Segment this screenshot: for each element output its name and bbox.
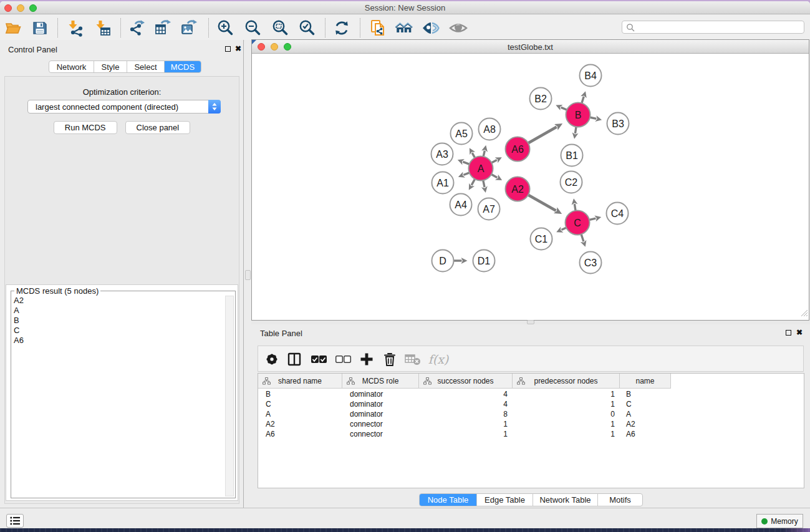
node-C4[interactable]: C4 bbox=[607, 203, 629, 225]
table-cell[interactable]: A2 bbox=[258, 419, 342, 429]
node-D1[interactable]: D1 bbox=[473, 250, 495, 272]
tab-node-table[interactable]: Node Table bbox=[420, 494, 477, 506]
tab-motifs[interactable]: Motifs bbox=[598, 494, 642, 506]
save-session-button[interactable] bbox=[29, 17, 51, 39]
window-titlebar[interactable]: Session: New Session bbox=[0, 1, 810, 14]
tab-edge-table[interactable]: Edge Table bbox=[477, 494, 533, 506]
node-D[interactable]: D bbox=[432, 250, 454, 272]
delete-column-button[interactable] bbox=[379, 349, 400, 370]
node-C3[interactable]: C3 bbox=[580, 252, 602, 274]
node-A6[interactable]: A6 bbox=[506, 137, 530, 162]
refresh-button[interactable] bbox=[331, 17, 352, 39]
table-cell[interactable]: 1 bbox=[513, 419, 620, 429]
mcds-result-item[interactable]: A2 bbox=[14, 296, 224, 306]
horizontal-split-grip[interactable] bbox=[527, 320, 534, 324]
table-cell[interactable]: connector bbox=[342, 429, 419, 439]
node-C1[interactable]: C1 bbox=[531, 228, 552, 250]
edge-B-B1[interactable] bbox=[575, 127, 576, 133]
zoom-selected-button[interactable] bbox=[296, 17, 317, 39]
table-cell[interactable]: A bbox=[620, 409, 671, 419]
clone-network-button[interactable] bbox=[368, 17, 389, 39]
mcds-result-item[interactable]: B bbox=[14, 316, 224, 326]
panel-split-divider[interactable] bbox=[244, 40, 251, 508]
edge-C-C1[interactable] bbox=[561, 228, 566, 230]
mcds-result-list[interactable]: A2ABCA6 bbox=[12, 296, 224, 496]
divider-grip-icon[interactable] bbox=[245, 270, 251, 280]
table-cell[interactable]: 1 bbox=[513, 389, 620, 399]
table-cell[interactable]: 4 bbox=[419, 389, 513, 399]
import-network-button[interactable] bbox=[65, 17, 86, 39]
table-cell[interactable]: A2 bbox=[620, 419, 671, 429]
edge-B-B3[interactable] bbox=[591, 117, 597, 118]
hide-selected-button[interactable] bbox=[420, 17, 441, 39]
close-table-panel-button[interactable]: ✖ bbox=[796, 329, 803, 336]
node-B3[interactable]: B3 bbox=[607, 113, 629, 135]
table-cell[interactable]: 4 bbox=[419, 399, 513, 409]
export-table-button[interactable] bbox=[152, 17, 173, 39]
edge-C-C3[interactable] bbox=[581, 235, 584, 241]
table-row[interactable]: A2connector11A2 bbox=[258, 419, 804, 429]
resize-grip-icon[interactable] bbox=[800, 308, 808, 319]
edge-A-A5[interactable] bbox=[472, 153, 475, 157]
show-all-button[interactable] bbox=[448, 17, 469, 39]
delete-table-button[interactable] bbox=[402, 349, 423, 370]
table-cell[interactable]: C bbox=[258, 399, 342, 409]
mcds-result-item[interactable]: A bbox=[14, 306, 224, 316]
table-cell[interactable]: dominator bbox=[342, 409, 419, 419]
table-row[interactable]: Cdominator41C bbox=[258, 399, 804, 409]
node-C2[interactable]: C2 bbox=[561, 172, 582, 193]
network-graph[interactable]: B4B2BB3A5A8A6B1A3AA1C2A2A4A7C4CC1C3DD1 bbox=[252, 54, 809, 320]
tab-network[interactable]: Network bbox=[49, 61, 94, 72]
first-neighbors-button[interactable] bbox=[393, 17, 415, 39]
run-mcds-button[interactable]: Run MCDS bbox=[54, 121, 117, 134]
node-C[interactable]: C bbox=[566, 211, 590, 235]
edge-B-B2[interactable] bbox=[561, 107, 567, 110]
edge-C-C4[interactable] bbox=[589, 218, 595, 220]
network-canvas[interactable]: B4B2BB3A5A8A6B1A3AA1C2A2A4A7C4CC1C3DD1 bbox=[252, 54, 809, 320]
open-file-button[interactable] bbox=[2, 17, 24, 39]
node-A3[interactable]: A3 bbox=[432, 143, 453, 165]
deselect-all-button[interactable] bbox=[332, 349, 354, 370]
edge-A2-C[interactable] bbox=[528, 195, 556, 211]
table-cell[interactable]: 1 bbox=[513, 429, 620, 439]
import-table-button[interactable] bbox=[92, 17, 113, 39]
edge-A-A7[interactable] bbox=[483, 181, 485, 188]
edge-A-A1[interactable] bbox=[463, 173, 469, 175]
tab-mcds[interactable]: MCDS bbox=[165, 61, 201, 72]
export-network-button[interactable] bbox=[127, 17, 148, 39]
table-cell[interactable]: connector bbox=[342, 419, 419, 429]
panel-list-button[interactable] bbox=[6, 514, 24, 528]
network-window-titlebar[interactable]: testGlobe.txt bbox=[252, 40, 809, 54]
column-header-name[interactable]: name bbox=[620, 374, 671, 388]
table-cell[interactable]: 1 bbox=[513, 399, 620, 409]
float-panel-button[interactable] bbox=[225, 46, 231, 52]
tab-style[interactable]: Style bbox=[94, 61, 127, 72]
result-scrollbar[interactable] bbox=[225, 296, 234, 496]
edge-A-A8[interactable] bbox=[483, 151, 485, 157]
memory-button[interactable]: Memory bbox=[756, 514, 803, 528]
table-cell[interactable]: 0 bbox=[513, 409, 620, 419]
table-cell[interactable]: A6 bbox=[258, 429, 342, 439]
table-cell[interactable]: C bbox=[620, 399, 671, 409]
table-cell[interactable]: 1 bbox=[419, 429, 513, 439]
criterion-dropdown[interactable]: largest connected component (directed) bbox=[27, 100, 221, 114]
edge-A-A4[interactable] bbox=[471, 180, 475, 185]
edge-A6-B[interactable] bbox=[528, 127, 556, 143]
edge-C-C2[interactable] bbox=[574, 204, 576, 210]
column-header-mcds-role[interactable]: MCDS role bbox=[342, 374, 419, 388]
table-cell[interactable]: 1 bbox=[419, 419, 513, 429]
node-A2[interactable]: A2 bbox=[506, 177, 530, 201]
edge-A-A6[interactable] bbox=[492, 160, 497, 162]
table-cell[interactable]: B bbox=[258, 389, 342, 399]
node-B1[interactable]: B1 bbox=[561, 145, 583, 167]
edge-A-A3[interactable] bbox=[463, 162, 469, 164]
mcds-result-item[interactable]: A6 bbox=[14, 336, 224, 346]
table-cell[interactable]: B bbox=[620, 389, 671, 399]
table-cell[interactable]: A6 bbox=[620, 429, 671, 439]
show-column-button[interactable] bbox=[284, 349, 305, 370]
table-cell[interactable]: dominator bbox=[342, 399, 419, 409]
close-mcds-panel-button[interactable]: Close panel bbox=[125, 121, 191, 134]
float-table-panel-button[interactable] bbox=[786, 330, 791, 336]
close-panel-button[interactable]: ✖ bbox=[235, 46, 241, 52]
export-image-button[interactable] bbox=[178, 17, 200, 39]
